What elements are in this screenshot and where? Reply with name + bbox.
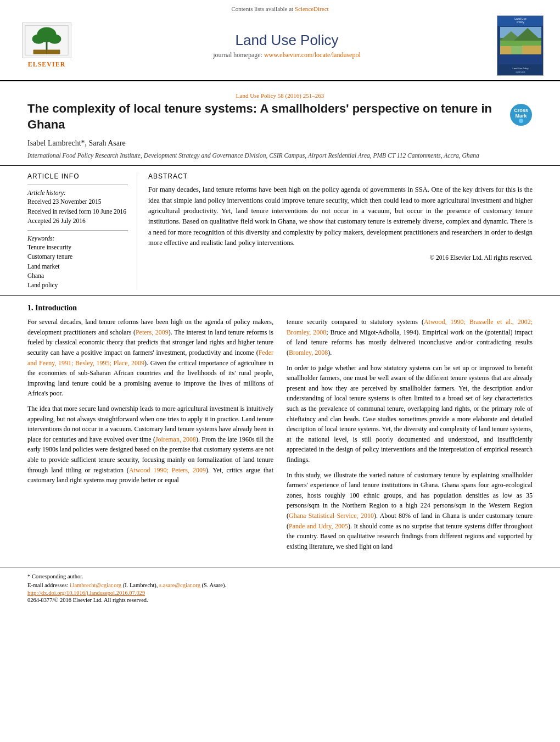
homepage-prefix: journal homepage: [213,51,264,59]
keywords-list: Tenure insecurity Customary tenure Land … [27,243,128,290]
article-title-row: The complexity of local tenure systems: … [27,101,533,139]
svg-point-4 [32,34,45,44]
email-footnote: E-mail addresses: i.lambrecht@cgiar.org … [27,581,533,590]
issn-line: 0264-8377/© 2016 Elsevier Ltd. All right… [27,597,533,603]
affiliation: International Food Policy Research Insti… [27,151,533,160]
journal-cover-image: Land Use Policy [497,15,544,76]
abstract-label: ABSTRACT [148,172,533,180]
abstract-panel: ABSTRACT For many decades, land tenure r… [148,172,533,290]
article-info-label: ARTICLE INFO [27,172,128,180]
authors: Isabel Lambrecht*, Sarah Asare [27,139,533,148]
header-row: ELSEVIER Land Use Policy journal homepag… [16,15,544,76]
keyword-4: Ghana [27,271,128,281]
svg-point-28 [519,119,523,123]
body-para-3: tenure security compared to statutory sy… [287,317,533,358]
article-info-panel: ARTICLE INFO Article history: Received 2… [27,172,137,290]
body-para-2: The idea that more secure land ownership… [27,404,273,486]
keyword-3: Land market [27,262,128,271]
article-info-abstract: ARTICLE INFO Article history: Received 2… [0,166,560,296]
homepage-url[interactable]: www.elsevier.com/locate/landusepol [264,51,361,59]
info-divider-1 [27,185,128,185]
svg-text:Cross: Cross [514,108,528,113]
article-header: Land Use Policy 58 (2016) 251–263 The co… [0,81,560,166]
section1-title: 1. Introduction [27,304,533,313]
contents-text: Contents lists available at [231,5,294,12]
crossmark-icon[interactable]: Cross Mark [509,103,533,126]
svg-text:Mark: Mark [515,113,527,119]
svg-rect-22 [497,64,544,76]
doi-link[interactable]: http://dx.doi.org/10.1016/j.landusepol.2… [27,590,145,596]
body-para-1: For several decades, land tenure reforms… [27,317,273,399]
body-left-col: For several decades, land tenure reforms… [27,317,273,556]
keyword-1: Tenure insecurity [27,243,128,252]
abstract-text: For many decades, land tenure reforms ha… [148,185,533,248]
article-number: Land Use Policy 58 (2016) 251–263 [27,92,533,99]
body-two-col: For several decades, land tenure reforms… [27,317,533,556]
revised-date: Received in revised form 10 June 2016 [27,207,128,216]
accepted-date: Accepted 26 July 2016 [27,216,128,226]
article-history-label: Article history: [27,189,128,196]
email1-link[interactable]: i.lambrecht@cgiar.org [70,582,121,588]
elsevier-logo-image [22,23,71,58]
keywords-label: Keywords: [27,235,128,242]
info-divider-2 [27,230,128,231]
elsevier-label: ELSEVIER [28,60,66,69]
body-content: 1. Introduction For several decades, lan… [0,296,560,562]
journal-header: Contents lists available at ScienceDirec… [0,0,560,81]
journal-homepage: journal homepage: www.elsevier.com/locat… [77,51,497,59]
svg-text:ELSEVIER: ELSEVIER [516,71,525,74]
received-date: Received 23 November 2015 [27,197,128,207]
body-para-4: In order to judge whether and how statut… [287,363,533,465]
svg-rect-21 [522,46,541,54]
top-link-bar: Contents lists available at ScienceDirec… [16,5,544,12]
elsevier-logo: ELSEVIER [16,23,77,69]
doi-line: http://dx.doi.org/10.1016/j.landusepol.2… [27,590,533,596]
svg-text:Land Use Policy: Land Use Policy [513,67,529,70]
body-para-5: In this study, we illustrate the varied … [287,470,533,552]
body-right-col: tenure security compared to statutory sy… [287,317,533,556]
svg-rect-20 [511,47,522,54]
article-footer: * Corresponding author. E-mail addresses… [0,567,560,606]
journal-title-center: Land Use Policy journal homepage: www.el… [77,32,497,59]
svg-point-5 [48,34,61,44]
copyright: © 2016 Elsevier Ltd. All rights reserved… [148,254,533,261]
email2-link[interactable]: s.asare@cgiar.org [159,582,200,588]
svg-text:Policy: Policy [517,20,524,24]
scidir-link[interactable]: ScienceDirect [295,5,329,12]
keyword-5: Land policy [27,281,128,290]
corresponding-note: * Corresponding author. [27,572,533,581]
article-title: The complexity of local tenure systems: … [27,101,504,132]
page: Contents lists available at ScienceDirec… [0,0,560,742]
svg-rect-19 [500,46,511,54]
journal-title: Land Use Policy [77,32,497,49]
keyword-2: Customary tenure [27,252,128,261]
